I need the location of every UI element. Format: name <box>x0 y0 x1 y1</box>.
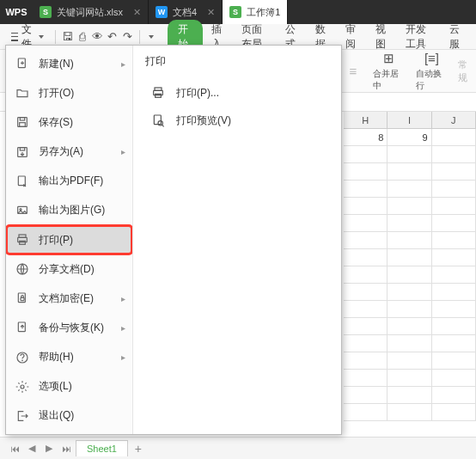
ribbon-label: 自动换行 <box>416 68 449 92</box>
svg-rect-7 <box>20 147 24 150</box>
file-menu-item-exit[interactable]: 退出(Q) <box>6 401 132 431</box>
preview-icon[interactable]: 👁 <box>91 28 104 46</box>
merge-icon: ⊞ <box>380 51 399 66</box>
ribbon-format[interactable]: 常规 <box>458 58 476 84</box>
tab-view[interactable]: 视图 <box>369 19 397 55</box>
file-menu-label: 文档加密(E) <box>39 291 94 306</box>
file-menu-label: 输出为PDF(F) <box>39 174 103 188</box>
file-menu-label: 帮助(H) <box>39 350 74 364</box>
submenu-item-print[interactable]: 打印(P)... <box>145 79 329 107</box>
add-sheet-button[interactable]: + <box>130 442 147 456</box>
file-menu-item-saveas[interactable]: 另存为(A)▸ <box>6 137 132 166</box>
file-menu-item-help[interactable]: 帮助(H)▸ <box>6 343 132 372</box>
document-tab-active[interactable]: S 工作簿1 <box>223 0 288 24</box>
file-menu-item-encrypt[interactable]: 文档加密(E)▸ <box>6 284 132 313</box>
dropdown-icon[interactable] <box>145 28 158 46</box>
share-icon <box>15 261 30 277</box>
ribbon-merge[interactable]: ⊞ 合并居中 <box>373 51 406 92</box>
help-icon <box>15 350 30 365</box>
column-header[interactable]: J <box>432 112 476 128</box>
file-menu-item-options[interactable]: 选项(L) <box>6 372 132 401</box>
svg-rect-23 <box>156 94 162 97</box>
document-tab[interactable]: S 关键词网站.xlsx ✕ <box>33 0 149 24</box>
column-headers: H I J <box>344 112 476 129</box>
cell[interactable]: 8 <box>344 129 388 146</box>
submenu-title: 打印 <box>145 54 329 69</box>
file-menu-item-share[interactable]: 分享文档(D) <box>6 254 132 284</box>
print-icon <box>150 85 166 101</box>
file-menu-item-pdf[interactable]: 输出为PDF(F) <box>6 167 132 196</box>
open-icon <box>15 85 30 101</box>
file-menu-item-img[interactable]: 输出为图片(G) <box>6 196 132 225</box>
chevron-right-icon: ▸ <box>121 352 125 362</box>
chevron-down-icon <box>39 35 44 39</box>
file-menu-label: 另存为(A) <box>39 144 83 159</box>
tab-cloud[interactable]: 云服 <box>442 19 471 55</box>
close-icon[interactable]: ✕ <box>207 7 215 18</box>
file-menu-item-save[interactable]: 保存(S) <box>6 107 132 137</box>
file-menu-submenu: 打印 打印(P)... 打印预览(V) <box>133 46 341 434</box>
document-tab[interactable]: W 文档4 ✕ <box>149 0 223 24</box>
separator <box>55 30 56 44</box>
file-menu-label: 选项(L) <box>39 379 72 394</box>
backup-icon <box>15 320 30 335</box>
nav-prev-icon[interactable]: ◀ <box>24 441 40 456</box>
ribbon-wrap[interactable]: [≡] 自动换行 <box>416 51 449 92</box>
print-icon[interactable]: ⎙ <box>76 28 88 46</box>
undo-icon[interactable]: ↶ <box>106 28 119 46</box>
svg-rect-13 <box>20 241 26 244</box>
save-icon[interactable]: 🖫 <box>61 28 74 46</box>
tab-developer[interactable]: 开发工具 <box>399 19 442 55</box>
spreadsheet-icon: S <box>229 6 241 18</box>
submenu-label: 打印预览(V) <box>176 113 231 128</box>
svg-rect-16 <box>21 298 24 301</box>
cell[interactable]: 9 <box>388 129 431 146</box>
chevron-right-icon: ▸ <box>121 323 125 333</box>
nav-last-icon[interactable]: ⏭ <box>58 441 74 456</box>
svg-point-19 <box>22 360 23 361</box>
save-icon <box>15 114 30 130</box>
nav-next-icon[interactable]: ▶ <box>41 441 57 456</box>
saveas-icon <box>15 144 30 160</box>
file-menu-label: 打开(O) <box>39 86 74 101</box>
chevron-right-icon: ▸ <box>121 147 125 156</box>
svg-rect-4 <box>20 118 24 120</box>
redo-icon[interactable]: ↷ <box>120 28 133 46</box>
ribbon-indent[interactable]: ≡ <box>344 64 363 79</box>
tab-review[interactable]: 审阅 <box>339 19 367 55</box>
file-menu-dropdown: 新建(N)▸打开(O)保存(S)另存为(A)▸输出为PDF(F)输出为图片(G)… <box>5 45 342 435</box>
ribbon-label: 合并居中 <box>373 68 406 92</box>
file-menu-item-open[interactable]: 打开(O) <box>6 78 132 107</box>
file-menu-list: 新建(N)▸打开(O)保存(S)另存为(A)▸输出为PDF(F)输出为图片(G)… <box>6 46 133 434</box>
hamburger-icon <box>11 33 18 41</box>
sheet-tab-active[interactable]: Sheet1 <box>76 440 128 456</box>
encrypt-icon <box>15 291 30 306</box>
svg-rect-24 <box>154 115 161 125</box>
file-menu-label: 打印(P) <box>39 233 73 248</box>
svg-point-20 <box>21 385 24 389</box>
column-header[interactable]: H <box>344 112 388 128</box>
file-menu-label: 退出(Q) <box>39 408 74 423</box>
chevron-right-icon: ▸ <box>121 59 125 69</box>
file-menu-label: 新建(N) <box>39 57 74 71</box>
svg-rect-8 <box>18 176 25 186</box>
svg-line-26 <box>162 125 164 126</box>
chevron-right-icon: ▸ <box>121 294 125 303</box>
cell-grid[interactable]: 8 9 <box>344 129 476 437</box>
nav-first-icon[interactable]: ⏮ <box>7 441 22 456</box>
file-menu-label: 备份与恢复(K) <box>39 321 104 335</box>
print-icon <box>15 232 30 248</box>
close-icon[interactable]: ✕ <box>133 7 141 18</box>
sheet-tab-bar: ⏮ ◀ ▶ ⏭ Sheet1 + <box>0 437 476 459</box>
submenu-item-preview[interactable]: 打印预览(V) <box>145 107 329 134</box>
options-icon <box>15 379 30 395</box>
file-menu-item-print[interactable]: 打印(P) <box>6 225 132 254</box>
spreadsheet-icon: S <box>40 6 52 18</box>
file-menu-item-backup[interactable]: 备份与恢复(K)▸ <box>6 313 132 342</box>
svg-rect-17 <box>18 322 25 332</box>
file-menu-item-new[interactable]: 新建(N)▸ <box>6 49 132 78</box>
column-header[interactable]: I <box>388 112 431 128</box>
submenu-label: 打印(P)... <box>176 86 219 101</box>
tab-label: 工作簿1 <box>247 6 280 19</box>
cell[interactable] <box>432 129 476 146</box>
